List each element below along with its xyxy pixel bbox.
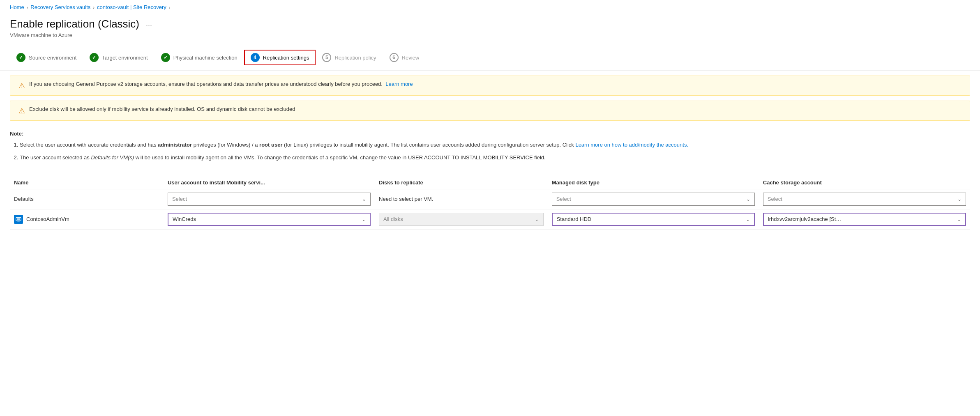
step-replication-circle: 4: [251, 53, 260, 62]
step-source-label: Source environment: [29, 55, 76, 61]
defaults-cache-chevron: ⌄: [957, 196, 962, 202]
page-subtitle: VMware machine to Azure: [10, 32, 970, 38]
contoso-managed-dropdown[interactable]: Standard HDD ⌄: [552, 213, 755, 226]
svg-rect-2: [18, 221, 19, 221]
note-section: Note: Select the user account with accur…: [0, 126, 980, 171]
contoso-user-value: WinCreds: [173, 216, 196, 222]
contoso-cache-cell[interactable]: lrhdxvv2arcmjulv2acache [Standard... ⌄: [759, 209, 970, 229]
contoso-cache-value: lrhdxvv2arcmjulv2acache [Standard...: [768, 216, 842, 222]
note-list: Select the user account with accurate cr…: [10, 141, 970, 162]
defaults-cache-value: Select: [768, 196, 782, 202]
defaults-managed-chevron: ⌄: [746, 196, 750, 202]
step-policy-label: Replication policy: [334, 55, 376, 61]
note-item-2: The user account selected as Defaults fo…: [20, 154, 970, 162]
defaults-user-chevron: ⌄: [362, 196, 366, 202]
col-header-managed: Managed disk type: [548, 176, 759, 189]
defaults-cache-dropdown[interactable]: Select ⌄: [763, 193, 966, 206]
defaults-disks-text: Need to select per VM.: [379, 196, 433, 202]
defaults-user-dropdown[interactable]: Select ⌄: [168, 193, 371, 206]
step-target-circle: ✓: [90, 53, 99, 62]
defaults-disks-cell: Need to select per VM.: [375, 189, 548, 209]
page-header: Enable replication (Classic) ... VMware …: [0, 14, 980, 45]
contoso-vm-name: ContosoAdminVm: [26, 216, 69, 222]
col-header-disks: Disks to replicate: [375, 176, 548, 189]
step-review-circle: 6: [390, 53, 399, 62]
vm-table: Name User account to install Mobility se…: [10, 176, 970, 230]
svg-rect-1: [17, 218, 20, 220]
defaults-user-cell[interactable]: Select ⌄: [164, 189, 375, 209]
warning-gp-v2: ⚠ If you are choosing General Purpose v2…: [10, 76, 970, 96]
defaults-managed-dropdown[interactable]: Select ⌄: [552, 193, 755, 206]
page-title: Enable replication (Classic): [10, 18, 139, 30]
warning-exclude-text: Exclude disk will be allowed only if mob…: [29, 106, 295, 112]
contoso-user-dropdown[interactable]: WinCreds ⌄: [168, 213, 371, 226]
contoso-user-chevron: ⌄: [362, 216, 366, 222]
step-replication[interactable]: 4 Replication settings: [244, 50, 316, 65]
contoso-disks-chevron: ⌄: [535, 216, 539, 222]
step-physical[interactable]: ✓ Physical machine selection: [154, 50, 244, 65]
contoso-managed-chevron: ⌄: [746, 216, 750, 222]
note-title: Note:: [10, 131, 970, 137]
contoso-name-cell: ContosoAdminVm: [10, 209, 164, 229]
defaults-managed-value: Select: [556, 196, 571, 202]
table-row-contoso-vm: ContosoAdminVm WinCreds ⌄ All disks ⌄: [10, 209, 970, 229]
step-target[interactable]: ✓ Target environment: [83, 50, 154, 65]
contoso-managed-cell[interactable]: Standard HDD ⌄: [548, 209, 759, 229]
step-physical-label: Physical machine selection: [173, 55, 238, 61]
defaults-cache-cell[interactable]: Select ⌄: [759, 189, 970, 209]
step-replication-label: Replication settings: [263, 55, 309, 61]
warning-exclude-disk: ⚠ Exclude disk will be allowed only if m…: [10, 101, 970, 121]
step-physical-circle: ✓: [161, 53, 170, 62]
breadcrumb: Home › Recovery Services vaults › contos…: [0, 0, 980, 14]
col-header-user: User account to install Mobility servi..…: [164, 176, 375, 189]
learn-more-accounts-link[interactable]: Learn more on how to add/modify the acco…: [575, 142, 688, 148]
col-header-cache: Cache storage account: [759, 176, 970, 189]
contoso-name-wrapper: ContosoAdminVm: [14, 215, 159, 224]
svg-rect-3: [17, 221, 20, 221]
vm-icon: [14, 215, 23, 224]
warning-icon-2: ⚠: [18, 106, 25, 115]
defaults-name-cell: Defaults: [10, 189, 164, 209]
defaults-managed-cell[interactable]: Select ⌄: [548, 189, 759, 209]
contoso-cache-chevron: ⌄: [957, 216, 961, 222]
learn-more-link-1[interactable]: Learn more: [385, 81, 413, 87]
step-review[interactable]: 6 Review: [383, 50, 426, 65]
wizard-steps: ✓ Source environment ✓ Target environmen…: [0, 45, 980, 71]
defaults-user-value: Select: [172, 196, 187, 202]
step-target-label: Target environment: [102, 55, 148, 61]
contoso-user-cell[interactable]: WinCreds ⌄: [164, 209, 375, 229]
step-source-circle: ✓: [16, 53, 25, 62]
contoso-disks-dropdown[interactable]: All disks ⌄: [379, 213, 544, 226]
contoso-disks-value: All disks: [383, 216, 403, 222]
step-policy[interactable]: 5 Replication policy: [316, 50, 383, 65]
step-policy-circle: 5: [322, 53, 331, 62]
breadcrumb-home[interactable]: Home: [10, 4, 24, 10]
warning-icon-1: ⚠: [18, 81, 25, 90]
breadcrumb-rsv[interactable]: Recovery Services vaults: [30, 4, 90, 10]
step-source[interactable]: ✓ Source environment: [10, 50, 83, 65]
table-section: Name User account to install Mobility se…: [0, 171, 980, 234]
step-review-label: Review: [402, 55, 420, 61]
breadcrumb-vault[interactable]: contoso-vault | Site Recovery: [97, 4, 166, 10]
note-item-1: Select the user account with accurate cr…: [20, 141, 970, 149]
contoso-disks-cell[interactable]: All disks ⌄: [375, 209, 548, 229]
col-header-name: Name: [10, 176, 164, 189]
contoso-cache-dropdown[interactable]: lrhdxvv2arcmjulv2acache [Standard... ⌄: [763, 213, 966, 226]
ellipsis-button[interactable]: ...: [143, 19, 154, 29]
table-row-defaults: Defaults Select ⌄ Need to select per VM.…: [10, 189, 970, 209]
contoso-managed-value: Standard HDD: [557, 216, 592, 222]
table-header-row: Name User account to install Mobility se…: [10, 176, 970, 189]
